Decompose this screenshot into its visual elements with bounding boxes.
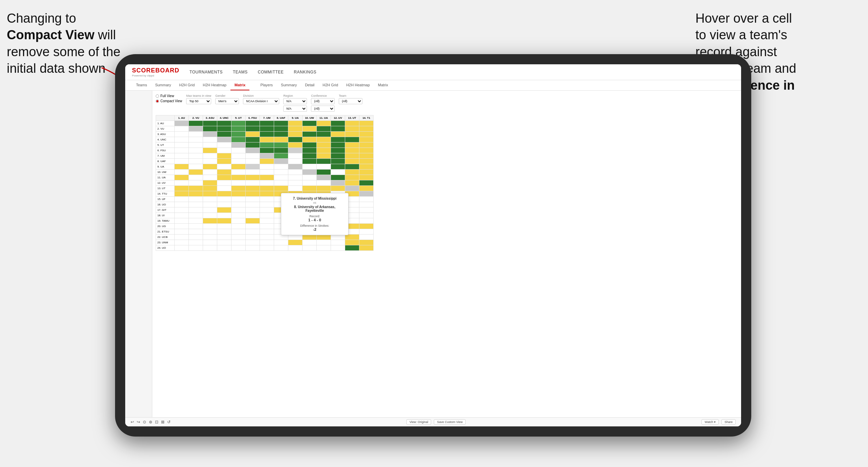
nav-teams[interactable]: TEAMS: [233, 70, 248, 74]
matrix-cell[interactable]: [359, 153, 374, 159]
matrix-cell[interactable]: [203, 229, 217, 235]
matrix-cell[interactable]: [203, 164, 217, 170]
matrix-cell[interactable]: [175, 170, 189, 175]
matrix-cell[interactable]: [231, 202, 246, 207]
matrix-cell[interactable]: [175, 197, 189, 202]
matrix-cell[interactable]: [359, 175, 374, 180]
matrix-cell[interactable]: [246, 191, 260, 197]
matrix-cell[interactable]: [175, 121, 189, 126]
matrix-cell[interactable]: [331, 126, 345, 132]
tab-teams[interactable]: Teams: [132, 80, 151, 90]
matrix-cell[interactable]: [331, 175, 345, 180]
matrix-cell[interactable]: [189, 170, 203, 175]
matrix-cell[interactable]: [175, 240, 189, 245]
matrix-cell[interactable]: [246, 153, 260, 159]
matrix-cell[interactable]: [231, 148, 246, 153]
matrix-cell[interactable]: [331, 164, 345, 170]
matrix-cell[interactable]: [189, 240, 203, 245]
matrix-cell[interactable]: [175, 164, 189, 170]
matrix-cell[interactable]: [175, 191, 189, 197]
matrix-cell[interactable]: [288, 159, 303, 164]
matrix-cell[interactable]: [175, 159, 189, 164]
matrix-cell[interactable]: [359, 218, 374, 224]
matrix-cell[interactable]: [359, 224, 374, 229]
matrix-cell[interactable]: [317, 186, 331, 191]
matrix-cell[interactable]: [260, 175, 274, 180]
conference-select-2[interactable]: (All): [311, 106, 335, 112]
matrix-cell[interactable]: [231, 229, 246, 235]
matrix-cell[interactable]: [359, 235, 374, 240]
matrix-cell[interactable]: [203, 202, 217, 207]
matrix-cell[interactable]: [203, 245, 217, 251]
matrix-cell[interactable]: [217, 213, 231, 218]
matrix-cell[interactable]: [217, 126, 231, 132]
matrix-cell[interactable]: [331, 121, 345, 126]
conference-select-1[interactable]: (All): [311, 98, 335, 104]
matrix-cell[interactable]: [317, 245, 331, 251]
matrix-cell[interactable]: [331, 137, 345, 142]
matrix-cell[interactable]: [217, 235, 231, 240]
matrix-cell[interactable]: [345, 126, 359, 132]
matrix-cell[interactable]: [217, 142, 231, 148]
matrix-cell[interactable]: [317, 159, 331, 164]
matrix-cell[interactable]: [303, 170, 317, 175]
full-view-radio[interactable]: Full View: [156, 94, 182, 98]
matrix-cell[interactable]: [203, 240, 217, 245]
share-btn[interactable]: Share: [721, 419, 736, 425]
matrix-cell[interactable]: [260, 126, 274, 132]
matrix-cell[interactable]: [189, 159, 203, 164]
matrix-cell[interactable]: [274, 121, 288, 126]
matrix-cell[interactable]: [246, 207, 260, 213]
matrix-cell[interactable]: [246, 240, 260, 245]
matrix-cell[interactable]: [189, 197, 203, 202]
matrix-cell[interactable]: [189, 175, 203, 180]
matrix-cell[interactable]: [203, 218, 217, 224]
matrix-cell[interactable]: [246, 126, 260, 132]
tab-h2h-heatmap-1[interactable]: H2H Heatmap: [199, 80, 230, 90]
matrix-cell[interactable]: [359, 142, 374, 148]
matrix-cell[interactable]: [288, 132, 303, 137]
matrix-cell[interactable]: [175, 213, 189, 218]
matrix-cell[interactable]: [274, 164, 288, 170]
matrix-cell[interactable]: [217, 207, 231, 213]
matrix-cell[interactable]: [359, 240, 374, 245]
matrix-cell[interactable]: [359, 213, 374, 218]
matrix-cell[interactable]: [260, 137, 274, 142]
matrix-cell[interactable]: [303, 164, 317, 170]
max-teams-select[interactable]: Top 50: [186, 98, 211, 104]
matrix-cell[interactable]: [303, 175, 317, 180]
matrix-cell[interactable]: [175, 175, 189, 180]
matrix-cell[interactable]: [175, 132, 189, 137]
matrix-cell[interactable]: [303, 245, 317, 251]
matrix-cell[interactable]: [246, 132, 260, 137]
matrix-cell[interactable]: [246, 213, 260, 218]
matrix-cell[interactable]: [231, 180, 246, 186]
matrix-cell[interactable]: [231, 240, 246, 245]
tab-h2h-grid-2[interactable]: H2H Grid: [318, 80, 342, 90]
matrix-cell[interactable]: [274, 126, 288, 132]
matrix-cell[interactable]: [303, 137, 317, 142]
matrix-cell[interactable]: [231, 235, 246, 240]
matrix-cell[interactable]: [175, 180, 189, 186]
nav-committee[interactable]: COMMITTEE: [258, 70, 284, 74]
matrix-cell[interactable]: [246, 197, 260, 202]
matrix-cell[interactable]: [331, 186, 345, 191]
matrix-cell[interactable]: [189, 218, 203, 224]
matrix-cell[interactable]: [231, 207, 246, 213]
matrix-cell[interactable]: [231, 224, 246, 229]
matrix-cell[interactable]: [317, 142, 331, 148]
redo-icon[interactable]: ↪: [137, 420, 140, 424]
matrix-cell[interactable]: [303, 180, 317, 186]
matrix-cell[interactable]: [189, 202, 203, 207]
matrix-cell[interactable]: [203, 170, 217, 175]
matrix-cell[interactable]: [203, 148, 217, 153]
matrix-cell[interactable]: [359, 186, 374, 191]
matrix-cell[interactable]: [260, 148, 274, 153]
matrix-cell[interactable]: [189, 224, 203, 229]
matrix-cell[interactable]: [246, 121, 260, 126]
matrix-cell[interactable]: [317, 148, 331, 153]
matrix-cell[interactable]: [189, 213, 203, 218]
matrix-cell[interactable]: [246, 137, 260, 142]
matrix-cell[interactable]: [288, 153, 303, 159]
matrix-cell[interactable]: [231, 137, 246, 142]
